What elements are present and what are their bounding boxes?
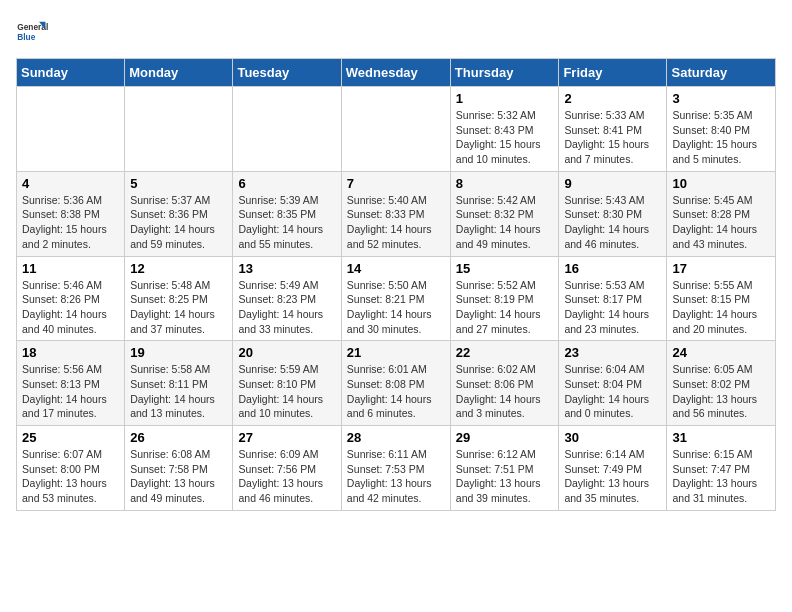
day-info: Sunrise: 6:08 AM Sunset: 7:58 PM Dayligh… <box>130 447 227 506</box>
calendar-cell: 3Sunrise: 5:35 AM Sunset: 8:40 PM Daylig… <box>667 87 776 172</box>
day-info: Sunrise: 6:12 AM Sunset: 7:51 PM Dayligh… <box>456 447 554 506</box>
day-number: 19 <box>130 345 227 360</box>
day-number: 10 <box>672 176 770 191</box>
calendar-cell: 1Sunrise: 5:32 AM Sunset: 8:43 PM Daylig… <box>450 87 559 172</box>
calendar-cell: 17Sunrise: 5:55 AM Sunset: 8:15 PM Dayli… <box>667 256 776 341</box>
day-number: 15 <box>456 261 554 276</box>
calendar-cell <box>233 87 341 172</box>
logo-icon: GeneralBlue <box>16 16 48 48</box>
day-number: 28 <box>347 430 445 445</box>
day-number: 11 <box>22 261 119 276</box>
column-header-thursday: Thursday <box>450 59 559 87</box>
day-info: Sunrise: 5:33 AM Sunset: 8:41 PM Dayligh… <box>564 108 661 167</box>
day-info: Sunrise: 6:15 AM Sunset: 7:47 PM Dayligh… <box>672 447 770 506</box>
calendar-cell <box>341 87 450 172</box>
day-number: 22 <box>456 345 554 360</box>
calendar-cell: 31Sunrise: 6:15 AM Sunset: 7:47 PM Dayli… <box>667 426 776 511</box>
day-number: 16 <box>564 261 661 276</box>
day-info: Sunrise: 5:48 AM Sunset: 8:25 PM Dayligh… <box>130 278 227 337</box>
calendar-cell: 19Sunrise: 5:58 AM Sunset: 8:11 PM Dayli… <box>125 341 233 426</box>
calendar-week-row: 1Sunrise: 5:32 AM Sunset: 8:43 PM Daylig… <box>17 87 776 172</box>
day-number: 25 <box>22 430 119 445</box>
day-number: 21 <box>347 345 445 360</box>
day-number: 30 <box>564 430 661 445</box>
calendar-week-row: 11Sunrise: 5:46 AM Sunset: 8:26 PM Dayli… <box>17 256 776 341</box>
calendar-cell: 2Sunrise: 5:33 AM Sunset: 8:41 PM Daylig… <box>559 87 667 172</box>
day-number: 2 <box>564 91 661 106</box>
column-header-tuesday: Tuesday <box>233 59 341 87</box>
calendar-cell: 20Sunrise: 5:59 AM Sunset: 8:10 PM Dayli… <box>233 341 341 426</box>
column-header-sunday: Sunday <box>17 59 125 87</box>
day-number: 17 <box>672 261 770 276</box>
svg-text:Blue: Blue <box>17 32 35 42</box>
day-number: 20 <box>238 345 335 360</box>
calendar-cell: 25Sunrise: 6:07 AM Sunset: 8:00 PM Dayli… <box>17 426 125 511</box>
calendar-week-row: 4Sunrise: 5:36 AM Sunset: 8:38 PM Daylig… <box>17 171 776 256</box>
day-info: Sunrise: 5:56 AM Sunset: 8:13 PM Dayligh… <box>22 362 119 421</box>
calendar-cell: 24Sunrise: 6:05 AM Sunset: 8:02 PM Dayli… <box>667 341 776 426</box>
day-number: 31 <box>672 430 770 445</box>
day-info: Sunrise: 5:35 AM Sunset: 8:40 PM Dayligh… <box>672 108 770 167</box>
calendar-table: SundayMondayTuesdayWednesdayThursdayFrid… <box>16 58 776 511</box>
calendar-cell: 10Sunrise: 5:45 AM Sunset: 8:28 PM Dayli… <box>667 171 776 256</box>
calendar-cell <box>17 87 125 172</box>
column-header-monday: Monday <box>125 59 233 87</box>
day-info: Sunrise: 6:11 AM Sunset: 7:53 PM Dayligh… <box>347 447 445 506</box>
column-header-saturday: Saturday <box>667 59 776 87</box>
day-info: Sunrise: 5:36 AM Sunset: 8:38 PM Dayligh… <box>22 193 119 252</box>
calendar-cell: 26Sunrise: 6:08 AM Sunset: 7:58 PM Dayli… <box>125 426 233 511</box>
day-number: 8 <box>456 176 554 191</box>
day-number: 14 <box>347 261 445 276</box>
day-info: Sunrise: 5:37 AM Sunset: 8:36 PM Dayligh… <box>130 193 227 252</box>
day-info: Sunrise: 5:40 AM Sunset: 8:33 PM Dayligh… <box>347 193 445 252</box>
day-number: 27 <box>238 430 335 445</box>
day-info: Sunrise: 6:07 AM Sunset: 8:00 PM Dayligh… <box>22 447 119 506</box>
day-number: 26 <box>130 430 227 445</box>
calendar-cell: 30Sunrise: 6:14 AM Sunset: 7:49 PM Dayli… <box>559 426 667 511</box>
day-info: Sunrise: 6:04 AM Sunset: 8:04 PM Dayligh… <box>564 362 661 421</box>
calendar-cell: 27Sunrise: 6:09 AM Sunset: 7:56 PM Dayli… <box>233 426 341 511</box>
calendar-cell: 22Sunrise: 6:02 AM Sunset: 8:06 PM Dayli… <box>450 341 559 426</box>
calendar-cell: 15Sunrise: 5:52 AM Sunset: 8:19 PM Dayli… <box>450 256 559 341</box>
day-number: 23 <box>564 345 661 360</box>
day-number: 7 <box>347 176 445 191</box>
calendar-cell: 23Sunrise: 6:04 AM Sunset: 8:04 PM Dayli… <box>559 341 667 426</box>
day-number: 1 <box>456 91 554 106</box>
calendar-cell: 4Sunrise: 5:36 AM Sunset: 8:38 PM Daylig… <box>17 171 125 256</box>
calendar-cell: 16Sunrise: 5:53 AM Sunset: 8:17 PM Dayli… <box>559 256 667 341</box>
calendar-cell: 21Sunrise: 6:01 AM Sunset: 8:08 PM Dayli… <box>341 341 450 426</box>
page-header: GeneralBlue <box>16 16 776 48</box>
calendar-cell: 14Sunrise: 5:50 AM Sunset: 8:21 PM Dayli… <box>341 256 450 341</box>
day-info: Sunrise: 5:42 AM Sunset: 8:32 PM Dayligh… <box>456 193 554 252</box>
day-number: 29 <box>456 430 554 445</box>
day-info: Sunrise: 5:43 AM Sunset: 8:30 PM Dayligh… <box>564 193 661 252</box>
day-info: Sunrise: 5:53 AM Sunset: 8:17 PM Dayligh… <box>564 278 661 337</box>
day-info: Sunrise: 5:50 AM Sunset: 8:21 PM Dayligh… <box>347 278 445 337</box>
day-number: 12 <box>130 261 227 276</box>
column-header-wednesday: Wednesday <box>341 59 450 87</box>
calendar-cell: 6Sunrise: 5:39 AM Sunset: 8:35 PM Daylig… <box>233 171 341 256</box>
day-number: 9 <box>564 176 661 191</box>
day-info: Sunrise: 6:01 AM Sunset: 8:08 PM Dayligh… <box>347 362 445 421</box>
day-number: 24 <box>672 345 770 360</box>
calendar-cell: 5Sunrise: 5:37 AM Sunset: 8:36 PM Daylig… <box>125 171 233 256</box>
calendar-cell: 11Sunrise: 5:46 AM Sunset: 8:26 PM Dayli… <box>17 256 125 341</box>
day-number: 3 <box>672 91 770 106</box>
day-number: 5 <box>130 176 227 191</box>
calendar-week-row: 18Sunrise: 5:56 AM Sunset: 8:13 PM Dayli… <box>17 341 776 426</box>
column-header-friday: Friday <box>559 59 667 87</box>
day-info: Sunrise: 5:45 AM Sunset: 8:28 PM Dayligh… <box>672 193 770 252</box>
calendar-week-row: 25Sunrise: 6:07 AM Sunset: 8:00 PM Dayli… <box>17 426 776 511</box>
day-info: Sunrise: 6:14 AM Sunset: 7:49 PM Dayligh… <box>564 447 661 506</box>
day-info: Sunrise: 6:09 AM Sunset: 7:56 PM Dayligh… <box>238 447 335 506</box>
day-info: Sunrise: 5:58 AM Sunset: 8:11 PM Dayligh… <box>130 362 227 421</box>
calendar-cell: 28Sunrise: 6:11 AM Sunset: 7:53 PM Dayli… <box>341 426 450 511</box>
day-info: Sunrise: 5:32 AM Sunset: 8:43 PM Dayligh… <box>456 108 554 167</box>
calendar-cell: 9Sunrise: 5:43 AM Sunset: 8:30 PM Daylig… <box>559 171 667 256</box>
day-info: Sunrise: 5:49 AM Sunset: 8:23 PM Dayligh… <box>238 278 335 337</box>
calendar-cell <box>125 87 233 172</box>
day-info: Sunrise: 6:05 AM Sunset: 8:02 PM Dayligh… <box>672 362 770 421</box>
calendar-cell: 29Sunrise: 6:12 AM Sunset: 7:51 PM Dayli… <box>450 426 559 511</box>
day-info: Sunrise: 5:46 AM Sunset: 8:26 PM Dayligh… <box>22 278 119 337</box>
day-info: Sunrise: 5:39 AM Sunset: 8:35 PM Dayligh… <box>238 193 335 252</box>
